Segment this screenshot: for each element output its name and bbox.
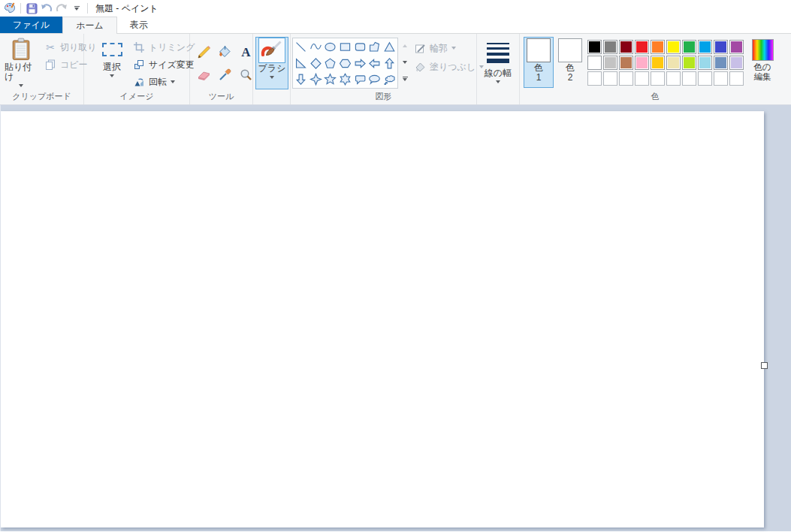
color-swatch[interactable]: [698, 40, 712, 54]
shapes-scroll-down-button[interactable]: [400, 54, 410, 71]
shape-grid: [292, 38, 398, 89]
shape-triangle-icon[interactable]: [382, 39, 397, 55]
qat-customize-icon: [74, 6, 80, 11]
shape-arrow-right-icon[interactable]: [352, 56, 367, 71]
shape-pentagon-icon[interactable]: [323, 56, 338, 71]
outline-icon: [414, 42, 426, 54]
paste-clipboard-icon: [9, 38, 33, 61]
pencil-tool-button[interactable]: [195, 42, 213, 62]
color-swatch[interactable]: [651, 56, 665, 70]
empty-color-swatch[interactable]: [635, 71, 649, 86]
edit-colors-button[interactable]: 色の編集: [747, 37, 777, 88]
shapes-more-button[interactable]: [400, 71, 410, 87]
color1-button[interactable]: 色1: [524, 37, 554, 88]
titlebar: 無題 - ペイント: [0, 0, 791, 17]
color-swatch[interactable]: [682, 56, 696, 70]
empty-color-swatch[interactable]: [666, 71, 681, 86]
shape-arrow-up-icon[interactable]: [382, 56, 397, 71]
line-width-button[interactable]: 線の幅: [480, 37, 516, 88]
color-swatch[interactable]: [666, 56, 681, 70]
redo-button[interactable]: [54, 1, 69, 16]
resize-icon: [133, 59, 145, 71]
tab-file[interactable]: ファイル: [0, 17, 62, 33]
shape-rounded-rectangle-icon[interactable]: [352, 39, 367, 55]
tab-bar: ファイル ホーム 表示: [0, 17, 791, 34]
color-swatch[interactable]: [698, 56, 712, 70]
shape-diamond-icon[interactable]: [309, 56, 324, 71]
color-swatch[interactable]: [603, 56, 617, 70]
save-button[interactable]: [24, 1, 39, 16]
empty-color-swatch[interactable]: [682, 71, 696, 86]
shape-hexagon-icon[interactable]: [338, 56, 353, 71]
empty-color-swatch[interactable]: [698, 71, 712, 86]
color-swatch[interactable]: [603, 40, 617, 54]
empty-color-swatch[interactable]: [729, 71, 744, 86]
color-picker-icon: [218, 68, 232, 82]
color-picker-tool-button[interactable]: [216, 65, 234, 85]
shape-right-triangle-icon[interactable]: [294, 56, 309, 71]
shape-rectangle-icon[interactable]: [338, 39, 353, 55]
crop-button[interactable]: トリミング: [131, 40, 197, 55]
shape-line-icon[interactable]: [294, 39, 309, 55]
color-swatch[interactable]: [666, 40, 681, 54]
shape-speech-cloud-icon[interactable]: [382, 71, 397, 87]
color-swatch[interactable]: [587, 40, 602, 54]
color-palette: [587, 40, 744, 86]
shape-speech-oval-icon[interactable]: [367, 71, 382, 87]
empty-color-swatch[interactable]: [587, 71, 602, 86]
shape-arrow-down-icon[interactable]: [294, 71, 309, 87]
color2-button[interactable]: 色2: [555, 37, 585, 88]
brush-button[interactable]: ブラシ: [255, 37, 288, 89]
tab-home[interactable]: ホーム: [62, 17, 117, 34]
empty-color-swatch[interactable]: [619, 71, 633, 86]
shape-fill-button[interactable]: 塗りつぶし: [412, 59, 486, 74]
shape-star-4-icon[interactable]: [309, 71, 324, 87]
shape-arrow-left-icon[interactable]: [367, 56, 382, 71]
shapes-more-icon: [403, 77, 408, 77]
outline-dropdown-icon: [451, 47, 456, 50]
shape-ellipse-icon[interactable]: [323, 39, 338, 55]
empty-color-swatch[interactable]: [714, 71, 728, 86]
ribbon: 貼り付け ✂ 切り取り コピー クリップボード 選択: [0, 34, 791, 105]
shape-star-6-icon[interactable]: [338, 71, 353, 87]
color-swatch[interactable]: [635, 40, 649, 54]
group-label-shapes: 図形: [291, 91, 476, 102]
empty-color-swatch[interactable]: [651, 71, 665, 86]
shape-outline-button[interactable]: 輪郭: [412, 41, 486, 56]
color-swatch[interactable]: [714, 40, 728, 54]
shape-speech-rect-icon[interactable]: [352, 71, 367, 87]
empty-color-swatch[interactable]: [603, 71, 617, 86]
color-swatch[interactable]: [714, 56, 728, 70]
color-swatch[interactable]: [635, 56, 649, 70]
resize-button[interactable]: サイズ変更: [131, 57, 197, 72]
color1-label: 色: [534, 62, 543, 73]
shape-fill-label: 塗りつぶし: [430, 61, 476, 74]
shape-star-5-icon[interactable]: [323, 71, 338, 87]
paint-window: 無題 - ペイント ファイル ホーム 表示 貼り付け ✂ 切り取り コピー: [0, 0, 791, 532]
canvas-resize-handle-right[interactable]: [761, 362, 768, 369]
tab-view[interactable]: 表示: [117, 17, 161, 33]
paste-button[interactable]: 貼り付け: [4, 37, 38, 88]
select-button[interactable]: 選択: [96, 37, 128, 88]
color-swatch[interactable]: [682, 40, 696, 54]
brush-label: ブラシ: [258, 64, 286, 74]
eraser-tool-button[interactable]: [195, 65, 213, 85]
rotate-icon: [133, 76, 145, 88]
line-width-icon: [487, 43, 509, 63]
color-swatch[interactable]: [651, 40, 665, 54]
shape-curve-icon[interactable]: [309, 39, 324, 55]
color-swatch[interactable]: [729, 56, 744, 70]
save-icon: [26, 3, 38, 14]
shape-polygon-icon[interactable]: [367, 39, 382, 55]
color-swatch[interactable]: [619, 56, 633, 70]
color-swatch[interactable]: [587, 56, 602, 70]
color-swatch[interactable]: [619, 40, 633, 54]
shapes-scroll-up-button[interactable]: [400, 38, 410, 54]
select-label: 選択: [103, 62, 121, 72]
color-swatch[interactable]: [729, 40, 744, 54]
qat-customize-button[interactable]: [69, 1, 84, 16]
rotate-button[interactable]: 回転: [131, 74, 197, 89]
undo-button[interactable]: [39, 1, 54, 16]
drawing-canvas[interactable]: [1, 111, 764, 527]
fill-tool-button[interactable]: [216, 42, 234, 62]
